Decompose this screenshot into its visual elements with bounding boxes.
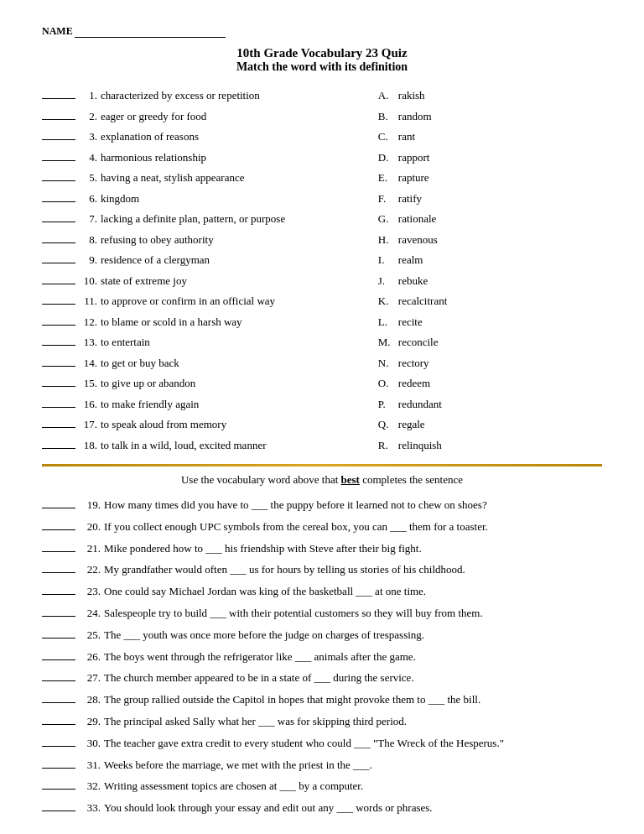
sentence-blank[interactable] bbox=[42, 778, 75, 790]
definition-text: residence of a clergyman bbox=[97, 252, 350, 268]
answer-blank[interactable] bbox=[42, 314, 75, 326]
answer-blank[interactable] bbox=[42, 87, 75, 99]
answer-row: I. realm bbox=[378, 252, 602, 268]
sentence-blank[interactable] bbox=[42, 627, 75, 639]
answer-row: N. rectory bbox=[378, 355, 602, 372]
answer-blank[interactable] bbox=[42, 396, 75, 408]
answer-blank[interactable] bbox=[42, 293, 75, 305]
answer-row: G. rationale bbox=[378, 211, 602, 227]
answer-row: O. redeem bbox=[378, 375, 602, 392]
definition-text: characterized by excess or repetition bbox=[97, 87, 350, 104]
sentence-blank[interactable] bbox=[42, 713, 75, 725]
sentence-blank[interactable] bbox=[42, 691, 75, 703]
sentence-text: Weeks before the marriage, we met with t… bbox=[101, 757, 602, 774]
sentence-blank[interactable] bbox=[42, 605, 75, 617]
answer-blank[interactable] bbox=[42, 252, 75, 263]
answer-letter: N. bbox=[378, 355, 395, 372]
answer-word: rebuke bbox=[395, 273, 428, 289]
answer-blank[interactable] bbox=[42, 232, 75, 243]
answer-blank[interactable] bbox=[42, 355, 75, 367]
answer-row: E. rapture bbox=[378, 169, 602, 186]
definition-text: eager or greedy for food bbox=[97, 108, 350, 125]
answer-row: L. recite bbox=[378, 314, 602, 331]
definition-row: 7. lacking a definite plan, pattern, or … bbox=[42, 211, 350, 227]
answer-row: P. redundant bbox=[378, 396, 602, 413]
answer-row: D. rapport bbox=[378, 149, 602, 166]
sentence-blank[interactable] bbox=[42, 735, 75, 747]
instructions-bold: best bbox=[341, 473, 360, 486]
answer-blank[interactable] bbox=[42, 273, 75, 284]
answer-blank[interactable] bbox=[42, 149, 75, 161]
definition-row: 5. having a neat, stylish appearance bbox=[42, 169, 350, 186]
sentence-text: One could say Michael Jordan was king of… bbox=[101, 583, 602, 601]
sentence-blank[interactable] bbox=[42, 670, 75, 681]
answers-column: A. rakish B. random C. rant D. rapport E… bbox=[378, 87, 602, 457]
main-title: 10th Grade Vocabulary 23 Quiz bbox=[42, 46, 602, 60]
sentence-text: How many times did you have to ___ the p… bbox=[101, 497, 602, 514]
definition-text: harmonious relationship bbox=[97, 149, 350, 166]
item-number: 2. bbox=[79, 108, 97, 125]
sentence-row: 28. The group rallied outside the Capito… bbox=[42, 691, 602, 709]
sentence-blank[interactable] bbox=[42, 519, 75, 530]
answer-letter: E. bbox=[378, 169, 395, 186]
instructions-text: Use the vocabulary word above that bbox=[181, 473, 338, 486]
definition-text: refusing to obey authority bbox=[97, 232, 350, 248]
definition-text: state of extreme joy bbox=[97, 273, 350, 289]
answer-word: relinquish bbox=[395, 437, 442, 454]
sentence-number: 33. bbox=[79, 800, 101, 817]
name-label: NAME bbox=[42, 25, 73, 38]
answer-blank[interactable] bbox=[42, 211, 75, 222]
definition-row: 12. to blame or scold in a harsh way bbox=[42, 314, 350, 331]
instructions-block: Use the vocabulary word above that best … bbox=[42, 473, 602, 487]
sentence-text: Mike pondered how to ___ his friendship … bbox=[101, 540, 602, 558]
sentence-blank[interactable] bbox=[42, 497, 75, 508]
item-number: 17. bbox=[79, 416, 97, 433]
sentence-text: Writing assessment topics are chosen at … bbox=[101, 778, 602, 795]
answer-blank[interactable] bbox=[42, 375, 75, 387]
answer-letter: R. bbox=[378, 437, 395, 454]
answer-letter: O. bbox=[378, 375, 395, 392]
answer-blank[interactable] bbox=[42, 128, 75, 140]
answer-letter: D. bbox=[378, 149, 395, 166]
answer-blank[interactable] bbox=[42, 108, 75, 120]
answer-word: recalcitrant bbox=[395, 293, 447, 310]
answer-word: rapport bbox=[395, 149, 430, 166]
sentence-row: 22. My grandfather would often ___ us fo… bbox=[42, 561, 602, 579]
answer-letter: A. bbox=[378, 87, 395, 104]
answer-row: Q. regale bbox=[378, 416, 602, 433]
answer-word: ravenous bbox=[395, 232, 438, 248]
item-number: 14. bbox=[79, 355, 97, 372]
answer-blank[interactable] bbox=[42, 416, 75, 428]
sentence-blank[interactable] bbox=[42, 583, 75, 595]
answer-blank[interactable] bbox=[42, 169, 75, 181]
name-field: NAME bbox=[42, 25, 602, 38]
answer-blank[interactable] bbox=[42, 437, 75, 449]
sentence-section: 19. How many times did you have to ___ t… bbox=[42, 497, 602, 817]
answer-word: rectory bbox=[395, 355, 429, 372]
title-block: 10th Grade Vocabulary 23 Quiz Match the … bbox=[42, 46, 602, 74]
sentence-number: 23. bbox=[79, 583, 101, 601]
definition-text: to get or buy back bbox=[97, 355, 350, 372]
sentence-blank[interactable] bbox=[42, 561, 75, 573]
definition-row: 17. to speak aloud from memory bbox=[42, 416, 350, 433]
sentence-blank[interactable] bbox=[42, 649, 75, 660]
answer-word: rant bbox=[395, 128, 415, 145]
answer-blank[interactable] bbox=[42, 334, 75, 346]
answer-blank[interactable] bbox=[42, 190, 75, 202]
answer-letter: B. bbox=[378, 108, 395, 125]
definition-text: lacking a definite plan, pattern, or pur… bbox=[97, 211, 350, 227]
sentence-number: 19. bbox=[79, 497, 101, 514]
answer-row: H. ravenous bbox=[378, 232, 602, 248]
definition-text: having a neat, stylish appearance bbox=[97, 169, 350, 186]
sentence-blank[interactable] bbox=[42, 800, 75, 811]
sentence-blank[interactable] bbox=[42, 757, 75, 769]
sentence-text: The church member appeared to be in a st… bbox=[101, 670, 602, 687]
answer-letter: L. bbox=[378, 314, 395, 331]
answer-letter: K. bbox=[378, 293, 395, 310]
sentence-text: My grandfather would often ___ us for ho… bbox=[101, 561, 602, 579]
name-underline[interactable] bbox=[75, 26, 226, 38]
definition-row: 1. characterized by excess or repetition bbox=[42, 87, 350, 104]
definition-row: 18. to talk in a wild, loud, excited man… bbox=[42, 437, 350, 454]
sentence-text: The boys went through the refrigerator l… bbox=[101, 649, 602, 666]
sentence-blank[interactable] bbox=[42, 540, 75, 552]
